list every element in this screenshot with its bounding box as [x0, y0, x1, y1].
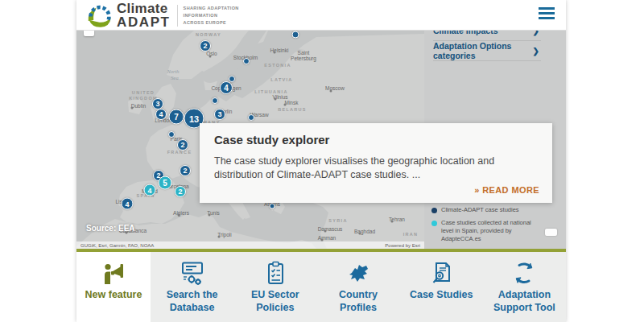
map-point-marker[interactable]	[229, 76, 235, 82]
nav-label: Search the Database	[156, 289, 229, 314]
city-dot-icon	[359, 233, 361, 235]
city-dot-icon	[324, 230, 327, 233]
card-body: The case study explorer visualises the g…	[214, 155, 538, 182]
chevron-right-icon: ❯	[533, 47, 539, 56]
map-attribution: GUGiK, Esri, Garmin, FAO, NOAA Powered b…	[76, 242, 424, 249]
map-label: FRANCE	[167, 150, 192, 155]
navy-dot-icon	[431, 208, 437, 213]
hamburger-icon	[539, 7, 555, 19]
read-more-link[interactable]: » READ MORE	[474, 185, 539, 195]
map-label: Damascus	[318, 226, 343, 232]
map-cluster-marker[interactable]: 3	[152, 98, 163, 109]
nav-label: New feature	[77, 289, 150, 302]
legend-item-spain: Case studies collected at national level…	[431, 219, 543, 243]
map-label: ESTONIA	[264, 63, 291, 68]
menu-button[interactable]	[539, 7, 555, 22]
logo[interactable]: Climate ADAPT SHARING ADAPTATION INFORMA…	[86, 2, 239, 29]
map-cluster-marker[interactable]: 3	[214, 109, 225, 120]
teal-dot-icon	[431, 221, 437, 226]
tagline-line1: SHARING ADAPTATION	[184, 5, 239, 12]
map-cluster-marker[interactable]: 4	[155, 109, 167, 120]
nav-item-new-feature[interactable]: New feature	[76, 252, 151, 322]
city-dot-icon	[274, 52, 276, 54]
map-cluster-marker[interactable]: 4	[220, 81, 233, 94]
city-dot-icon	[391, 221, 394, 223]
legend-item-climate-adapt: Climate-ADAPT case studies	[431, 206, 543, 214]
logo-text: Climate ADAPT	[117, 2, 171, 28]
map-label: Minsk	[285, 100, 299, 105]
map-label: Moscow	[325, 85, 345, 91]
sidebar-item-adaptation-options[interactable]: Adaptation Options categories ❯	[433, 41, 541, 60]
map-label: Algiers	[173, 210, 189, 216]
tagline-line3: ACROSS EUROPE	[184, 19, 239, 27]
case-study-explorer-card: Case study explorer The case study explo…	[200, 123, 552, 203]
map-source-label: Source: EEA	[86, 224, 135, 233]
climate-adapt-logo-icon	[86, 2, 113, 29]
map-legend: Climate-ADAPT case studies Case studies …	[431, 206, 543, 249]
sidebar-item-climate-impacts[interactable]: Climate Impacts ❯	[433, 31, 541, 40]
nav-label: Case Studies	[405, 289, 477, 302]
legend-label: Case studies collected at national level…	[441, 219, 543, 243]
nav-label: Country Profiles	[322, 289, 394, 314]
logo-line2: ADAPT	[117, 16, 171, 29]
city-dot-icon	[218, 236, 221, 238]
nav-item-eu-sector-policies[interactable]: EU Sector Policies	[233, 252, 316, 322]
map-label: BELARUS	[278, 107, 307, 112]
header: Climate ADAPT SHARING ADAPTATION INFORMA…	[76, 0, 566, 31]
map-point-marker[interactable]	[243, 58, 250, 64]
map-point-marker[interactable]	[168, 131, 175, 138]
city-dot-icon	[178, 214, 180, 217]
map-cluster-marker[interactable]: 2	[177, 139, 188, 151]
map-label: Sea	[171, 75, 178, 80]
city-dot-icon	[131, 107, 134, 109]
map-point-marker[interactable]	[212, 97, 218, 104]
map-cluster-marker[interactable]: 2	[175, 186, 186, 197]
map-label: SYRIA	[328, 218, 347, 223]
nav-label: EU Sector Policies	[239, 289, 312, 314]
map-label: LATVIA	[270, 77, 292, 82]
map-point-marker[interactable]	[248, 114, 254, 121]
city-dot-icon	[209, 56, 212, 58]
nav-item-country-profiles[interactable]: Country Profiles	[316, 252, 399, 322]
map-control-partial[interactable]	[545, 229, 557, 236]
europe-map-icon	[345, 261, 371, 285]
nav-item-case-studies[interactable]: Case Studies	[400, 252, 483, 322]
attribution-text: GUGiK, Esri, Garmin, FAO, NOAA	[80, 243, 154, 248]
clipboard-checklist-icon	[262, 261, 288, 285]
climate-adapt-window: Climate ADAPT SHARING ADAPTATION INFORMA…	[76, 0, 566, 322]
map-label: Oslo	[206, 51, 217, 56]
map-point-marker[interactable]	[270, 204, 275, 209]
city-dot-icon	[330, 90, 332, 93]
map-zoom-control-partial[interactable]	[84, 31, 94, 36]
legend-label: Climate-ADAPT case studies	[441, 206, 519, 214]
map-label: NORWAY	[196, 32, 221, 37]
sidebar-item-label: Adaptation Options categories	[433, 41, 541, 60]
map-label: Baghdad	[354, 229, 375, 234]
map-label: UNITED	[132, 90, 155, 95]
chevron-right-icon: ❯	[533, 31, 539, 35]
nav-label: Adaptation Support Tool	[488, 289, 560, 314]
nav-item-search-database[interactable]: Search the Database	[151, 252, 233, 322]
city-dot-icon	[208, 214, 211, 217]
tagline: SHARING ADAPTATION INFORMATION ACROSS EU…	[177, 5, 239, 26]
powered-by-esri: Powered by Esri	[385, 243, 420, 248]
map-cluster-marker[interactable]: 7	[169, 109, 184, 125]
map-point-marker[interactable]	[292, 31, 299, 39]
divider	[433, 60, 541, 61]
sidebar-item-label: Climate Impacts	[433, 31, 498, 35]
city-dot-icon	[275, 98, 277, 101]
map-label: Saint	[298, 50, 310, 56]
megaphone-person-icon	[101, 261, 126, 285]
bottom-navigation: New feature Search the Database	[76, 252, 566, 322]
database-search-icon	[180, 261, 205, 285]
map-label: Petersburg	[291, 56, 316, 61]
map-cluster-marker[interactable]: 4	[122, 198, 134, 210]
map-cluster-marker[interactable]: 2	[180, 165, 191, 176]
tagline-line2: INFORMATION	[184, 12, 239, 19]
city-dot-icon	[284, 104, 287, 106]
nav-item-adaptation-support-tool[interactable]: Adaptation Support Tool	[483, 252, 566, 322]
map-cluster-marker[interactable]: 2	[200, 40, 211, 52]
map-cluster-marker[interactable]: 4	[144, 184, 156, 196]
map-label: North	[167, 68, 179, 74]
map-cluster-marker[interactable]: 5	[159, 176, 172, 190]
